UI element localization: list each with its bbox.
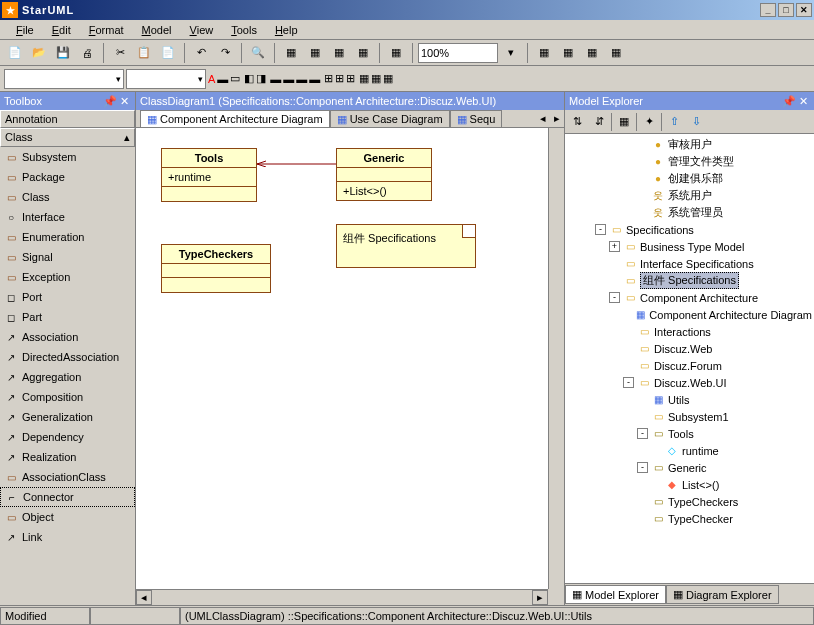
close-button[interactable]: ✕ bbox=[796, 3, 812, 17]
tool-button-6[interactable]: ▦ bbox=[533, 42, 555, 64]
uml-class-generic[interactable]: Generic+List<>() bbox=[336, 148, 432, 201]
tree-node[interactable]: -▭Generic bbox=[567, 459, 812, 476]
toolbox-item-aggregation[interactable]: ↗Aggregation bbox=[0, 367, 135, 387]
toolbox-item-signal[interactable]: ▭Signal bbox=[0, 247, 135, 267]
filter-button[interactable]: ▦ bbox=[614, 112, 634, 132]
tree-node[interactable]: 웃系统用户 bbox=[567, 187, 812, 204]
font-dropdown[interactable] bbox=[4, 69, 124, 89]
toolbox-item-interface[interactable]: ○Interface bbox=[0, 207, 135, 227]
save-button[interactable]: 💾 bbox=[52, 42, 74, 64]
open-button[interactable]: 📂 bbox=[28, 42, 50, 64]
maximize-button[interactable]: □ bbox=[778, 3, 794, 17]
cut-button[interactable]: ✂ bbox=[109, 42, 131, 64]
line-color-button[interactable]: ▭ bbox=[230, 72, 240, 85]
sort-button-2[interactable]: ⇵ bbox=[589, 112, 609, 132]
font-color-button[interactable]: A bbox=[208, 73, 215, 85]
tree-node[interactable]: ▭Discuz.Forum bbox=[567, 357, 812, 374]
uml-class-tools[interactable]: Tools+runtime bbox=[161, 148, 257, 202]
toolbox-item-package[interactable]: ▭Package bbox=[0, 167, 135, 187]
align-2[interactable]: ▬ bbox=[283, 73, 294, 85]
tree-expander[interactable]: - bbox=[595, 224, 606, 235]
toolbox-item-connector[interactable]: ⌐Connector bbox=[0, 487, 135, 507]
tree-node[interactable]: ●审核用户 bbox=[567, 136, 812, 153]
tree-node[interactable]: -▭Specifications bbox=[567, 221, 812, 238]
model-explorer-close[interactable]: ✕ bbox=[796, 95, 810, 108]
tree-node[interactable]: 웃系统管理员 bbox=[567, 204, 812, 221]
tab-diagram-explorer[interactable]: ▦Diagram Explorer bbox=[666, 585, 779, 604]
tool-button-8[interactable]: ▦ bbox=[581, 42, 603, 64]
tool-button-4[interactable]: ▦ bbox=[352, 42, 374, 64]
tool-bold[interactable]: ◧ bbox=[244, 72, 254, 85]
tree-node[interactable]: -▭Tools bbox=[567, 425, 812, 442]
zoom-input[interactable]: 100% bbox=[418, 43, 498, 63]
tab-next-button[interactable]: ▸ bbox=[550, 112, 564, 125]
find-button[interactable]: 🔍 bbox=[247, 42, 269, 64]
tool-button-5[interactable]: ▦ bbox=[385, 42, 407, 64]
tree-node[interactable]: ▦Utils bbox=[567, 391, 812, 408]
size-dropdown[interactable] bbox=[126, 69, 206, 89]
tool-button-1[interactable]: ▦ bbox=[280, 42, 302, 64]
pin-icon[interactable]: 📌 bbox=[782, 95, 796, 108]
toolbox-item-subsystem[interactable]: ▭Subsystem bbox=[0, 147, 135, 167]
wand-button[interactable]: ✦ bbox=[639, 112, 659, 132]
view-3[interactable]: ▦ bbox=[383, 72, 393, 85]
print-button[interactable]: 🖨 bbox=[76, 42, 98, 64]
toolbox-item-port[interactable]: ◻Port bbox=[0, 287, 135, 307]
diagram-canvas[interactable]: Tools+runtimeGeneric+List<>()TypeChecker… bbox=[136, 128, 564, 605]
hscroll-right[interactable]: ▸ bbox=[532, 590, 548, 605]
tree-expander[interactable]: + bbox=[609, 241, 620, 252]
chevron-up-icon[interactable]: ▴ bbox=[124, 131, 130, 144]
toolbox-item-class[interactable]: ▭Class bbox=[0, 187, 135, 207]
up-button[interactable]: ⇧ bbox=[664, 112, 684, 132]
tool-button-9[interactable]: ▦ bbox=[605, 42, 627, 64]
align-4[interactable]: ▬ bbox=[309, 73, 320, 85]
copy-button[interactable]: 📋 bbox=[133, 42, 155, 64]
tree-node[interactable]: ▭TypeCheckers bbox=[567, 493, 812, 510]
menu-file[interactable]: File bbox=[8, 22, 42, 38]
new-button[interactable]: 📄 bbox=[4, 42, 26, 64]
menu-format[interactable]: Format bbox=[81, 22, 132, 38]
hscroll-left[interactable]: ◂ bbox=[136, 590, 152, 605]
redo-button[interactable]: ↷ bbox=[214, 42, 236, 64]
menu-tools[interactable]: Tools bbox=[223, 22, 265, 38]
toolbox-item-enumeration[interactable]: ▭Enumeration bbox=[0, 227, 135, 247]
diagram-tab-0[interactable]: ▦Component Architecture Diagram bbox=[140, 110, 330, 127]
tree-node[interactable]: -▭Component Architecture bbox=[567, 289, 812, 306]
toolbox-item-exception[interactable]: ▭Exception bbox=[0, 267, 135, 287]
toolbox-item-association[interactable]: ↗Association bbox=[0, 327, 135, 347]
menu-edit[interactable]: Edit bbox=[44, 22, 79, 38]
tree-node[interactable]: ▭Subsystem1 bbox=[567, 408, 812, 425]
diagram-tab-2[interactable]: ▦Sequ bbox=[450, 110, 503, 127]
tool-button-2[interactable]: ▦ bbox=[304, 42, 326, 64]
toolbox-section-annotation[interactable]: Annotation bbox=[0, 110, 135, 128]
tree-node[interactable]: ●创建俱乐部 bbox=[567, 170, 812, 187]
align-6[interactable]: ⊞ bbox=[335, 72, 344, 85]
toolbox-item-object[interactable]: ▭Object bbox=[0, 507, 135, 527]
tree-node[interactable]: -▭Discuz.Web.UI bbox=[567, 374, 812, 391]
tool-button-7[interactable]: ▦ bbox=[557, 42, 579, 64]
tree-node[interactable]: +▭Business Type Model bbox=[567, 238, 812, 255]
paste-button[interactable]: 📄 bbox=[157, 42, 179, 64]
toolbox-item-part[interactable]: ◻Part bbox=[0, 307, 135, 327]
menu-help[interactable]: Help bbox=[267, 22, 306, 38]
fill-color-button[interactable]: ▬ bbox=[217, 73, 228, 85]
toolbox-item-link[interactable]: ↗Link bbox=[0, 527, 135, 547]
tool-button-3[interactable]: ▦ bbox=[328, 42, 350, 64]
tab-model-explorer[interactable]: ▦Model Explorer bbox=[565, 585, 666, 604]
tree-node[interactable]: ▭组件 Specifications bbox=[567, 272, 812, 289]
uml-note[interactable]: 组件 Specifications bbox=[336, 224, 476, 268]
tree-expander[interactable]: - bbox=[623, 377, 634, 388]
toolbox-item-directedassociation[interactable]: ↗DirectedAssociation bbox=[0, 347, 135, 367]
undo-button[interactable]: ↶ bbox=[190, 42, 212, 64]
toolbox-item-associationclass[interactable]: ▭AssociationClass bbox=[0, 467, 135, 487]
pin-icon[interactable]: 📌 bbox=[103, 95, 117, 108]
view-2[interactable]: ▦ bbox=[371, 72, 381, 85]
tree-node[interactable]: ▭Interface Specifications bbox=[567, 255, 812, 272]
tab-prev-button[interactable]: ◂ bbox=[536, 112, 550, 125]
tree-node[interactable]: ◆List<>() bbox=[567, 476, 812, 493]
tree-node[interactable]: ▭TypeChecker bbox=[567, 510, 812, 527]
menu-view[interactable]: View bbox=[182, 22, 222, 38]
tree-node[interactable]: ●管理文件类型 bbox=[567, 153, 812, 170]
tree-node[interactable]: ▦Component Architecture Diagram bbox=[567, 306, 812, 323]
toolbox-item-generalization[interactable]: ↗Generalization bbox=[0, 407, 135, 427]
